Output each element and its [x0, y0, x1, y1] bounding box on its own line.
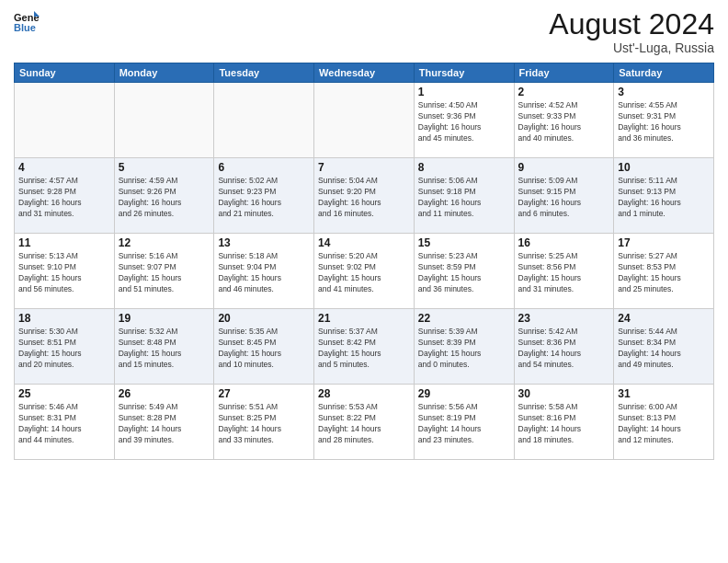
- day-info: Sunrise: 5:02 AM Sunset: 9:23 PM Dayligh…: [218, 176, 310, 220]
- day-info: Sunrise: 4:55 AM Sunset: 9:31 PM Dayligh…: [618, 100, 710, 144]
- calendar-cell: 23Sunrise: 5:42 AM Sunset: 8:36 PM Dayli…: [514, 309, 614, 385]
- day-number: 6: [218, 161, 310, 174]
- day-number: 21: [318, 312, 410, 325]
- day-info: Sunrise: 5:06 AM Sunset: 9:18 PM Dayligh…: [418, 176, 510, 220]
- day-number: 9: [518, 161, 610, 174]
- day-info: Sunrise: 6:00 AM Sunset: 8:13 PM Dayligh…: [618, 402, 710, 446]
- day-info: Sunrise: 5:58 AM Sunset: 8:16 PM Dayligh…: [518, 402, 610, 446]
- calendar-cell: 6Sunrise: 5:02 AM Sunset: 9:23 PM Daylig…: [214, 158, 314, 234]
- day-info: Sunrise: 4:50 AM Sunset: 9:36 PM Dayligh…: [418, 100, 510, 144]
- day-number: 19: [119, 312, 210, 325]
- day-number: 23: [518, 312, 610, 325]
- calendar-cell: 31Sunrise: 6:00 AM Sunset: 8:13 PM Dayli…: [614, 385, 714, 460]
- day-number: 30: [518, 387, 610, 400]
- day-info: Sunrise: 5:25 AM Sunset: 8:56 PM Dayligh…: [518, 251, 610, 295]
- day-info: Sunrise: 5:04 AM Sunset: 9:20 PM Dayligh…: [318, 176, 410, 220]
- calendar-cell: 11Sunrise: 5:13 AM Sunset: 9:10 PM Dayli…: [15, 234, 115, 309]
- day-number: 11: [18, 236, 110, 249]
- calendar-cell: 19Sunrise: 5:32 AM Sunset: 8:48 PM Dayli…: [114, 309, 214, 385]
- day-info: Sunrise: 5:20 AM Sunset: 9:02 PM Dayligh…: [318, 251, 410, 295]
- day-info: Sunrise: 5:23 AM Sunset: 8:59 PM Dayligh…: [418, 251, 510, 295]
- day-number: 8: [418, 161, 510, 174]
- day-info: Sunrise: 5:49 AM Sunset: 8:28 PM Dayligh…: [119, 402, 210, 446]
- calendar-cell: 13Sunrise: 5:18 AM Sunset: 9:04 PM Dayli…: [214, 234, 314, 309]
- calendar-cell: 25Sunrise: 5:46 AM Sunset: 8:31 PM Dayli…: [15, 385, 115, 460]
- day-info: Sunrise: 5:35 AM Sunset: 8:45 PM Dayligh…: [218, 327, 310, 371]
- day-number: 28: [318, 387, 410, 400]
- calendar-cell: 15Sunrise: 5:23 AM Sunset: 8:59 PM Dayli…: [414, 234, 514, 309]
- calendar-cell: 28Sunrise: 5:53 AM Sunset: 8:22 PM Dayli…: [314, 385, 415, 460]
- page: General Blue August 2024 Ust'-Luga, Russ…: [0, 0, 728, 563]
- day-info: Sunrise: 5:37 AM Sunset: 8:42 PM Dayligh…: [318, 327, 410, 371]
- weekday-header-thursday: Thursday: [414, 63, 514, 83]
- weekday-header-sunday: Sunday: [15, 63, 115, 83]
- day-info: Sunrise: 5:39 AM Sunset: 8:39 PM Dayligh…: [418, 327, 510, 371]
- logo-icon: General Blue: [14, 9, 40, 35]
- calendar-cell: 4Sunrise: 4:57 AM Sunset: 9:28 PM Daylig…: [15, 158, 115, 234]
- calendar-cell: 7Sunrise: 5:04 AM Sunset: 9:20 PM Daylig…: [314, 158, 415, 234]
- calendar-cell: 3Sunrise: 4:55 AM Sunset: 9:31 PM Daylig…: [614, 83, 714, 158]
- calendar-cell: 22Sunrise: 5:39 AM Sunset: 8:39 PM Dayli…: [414, 309, 514, 385]
- week-row-5: 25Sunrise: 5:46 AM Sunset: 8:31 PM Dayli…: [15, 385, 714, 460]
- location: Ust'-Luga, Russia: [549, 40, 714, 55]
- day-info: Sunrise: 4:52 AM Sunset: 9:33 PM Dayligh…: [518, 100, 610, 144]
- svg-text:Blue: Blue: [14, 22, 36, 33]
- calendar-cell: 10Sunrise: 5:11 AM Sunset: 9:13 PM Dayli…: [614, 158, 714, 234]
- weekday-header-wednesday: Wednesday: [314, 63, 415, 83]
- calendar-cell: 16Sunrise: 5:25 AM Sunset: 8:56 PM Dayli…: [514, 234, 614, 309]
- header: General Blue August 2024 Ust'-Luga, Russ…: [14, 9, 714, 55]
- day-number: 22: [418, 312, 510, 325]
- day-info: Sunrise: 4:57 AM Sunset: 9:28 PM Dayligh…: [18, 176, 110, 220]
- day-number: 2: [518, 86, 610, 98]
- week-row-4: 18Sunrise: 5:30 AM Sunset: 8:51 PM Dayli…: [15, 309, 714, 385]
- day-number: 18: [18, 312, 110, 325]
- day-number: 13: [218, 236, 310, 249]
- day-info: Sunrise: 5:46 AM Sunset: 8:31 PM Dayligh…: [18, 402, 110, 446]
- day-info: Sunrise: 5:16 AM Sunset: 9:07 PM Dayligh…: [119, 251, 210, 295]
- calendar-cell: 21Sunrise: 5:37 AM Sunset: 8:42 PM Dayli…: [314, 309, 415, 385]
- calendar-cell: 30Sunrise: 5:58 AM Sunset: 8:16 PM Dayli…: [514, 385, 614, 460]
- week-row-2: 4Sunrise: 4:57 AM Sunset: 9:28 PM Daylig…: [15, 158, 714, 234]
- day-number: 10: [618, 161, 710, 174]
- calendar-cell: 9Sunrise: 5:09 AM Sunset: 9:15 PM Daylig…: [514, 158, 614, 234]
- calendar-cell: 1Sunrise: 4:50 AM Sunset: 9:36 PM Daylig…: [414, 83, 514, 158]
- day-number: 7: [318, 161, 410, 174]
- day-number: 17: [618, 236, 710, 249]
- calendar-cell: [15, 83, 115, 158]
- day-info: Sunrise: 5:30 AM Sunset: 8:51 PM Dayligh…: [18, 327, 110, 371]
- day-number: 12: [119, 236, 210, 249]
- calendar-cell: [114, 83, 214, 158]
- calendar-cell: 18Sunrise: 5:30 AM Sunset: 8:51 PM Dayli…: [15, 309, 115, 385]
- day-info: Sunrise: 5:53 AM Sunset: 8:22 PM Dayligh…: [318, 402, 410, 446]
- calendar-cell: [314, 83, 415, 158]
- calendar-cell: 14Sunrise: 5:20 AM Sunset: 9:02 PM Dayli…: [314, 234, 415, 309]
- day-info: Sunrise: 5:27 AM Sunset: 8:53 PM Dayligh…: [618, 251, 710, 295]
- calendar-cell: 20Sunrise: 5:35 AM Sunset: 8:45 PM Dayli…: [214, 309, 314, 385]
- weekday-header-row: SundayMondayTuesdayWednesdayThursdayFrid…: [15, 63, 714, 83]
- month-year: August 2024: [549, 9, 714, 39]
- calendar-cell: 5Sunrise: 4:59 AM Sunset: 9:26 PM Daylig…: [114, 158, 214, 234]
- day-number: 15: [418, 236, 510, 249]
- day-info: Sunrise: 5:11 AM Sunset: 9:13 PM Dayligh…: [618, 176, 710, 220]
- calendar-cell: 8Sunrise: 5:06 AM Sunset: 9:18 PM Daylig…: [414, 158, 514, 234]
- weekday-header-monday: Monday: [114, 63, 214, 83]
- day-number: 20: [218, 312, 310, 325]
- day-number: 25: [18, 387, 110, 400]
- day-number: 1: [418, 86, 510, 98]
- week-row-3: 11Sunrise: 5:13 AM Sunset: 9:10 PM Dayli…: [15, 234, 714, 309]
- day-info: Sunrise: 5:42 AM Sunset: 8:36 PM Dayligh…: [518, 327, 610, 371]
- calendar-cell: 24Sunrise: 5:44 AM Sunset: 8:34 PM Dayli…: [614, 309, 714, 385]
- day-number: 26: [119, 387, 210, 400]
- calendar-cell: 29Sunrise: 5:56 AM Sunset: 8:19 PM Dayli…: [414, 385, 514, 460]
- day-info: Sunrise: 5:13 AM Sunset: 9:10 PM Dayligh…: [18, 251, 110, 295]
- logo: General Blue: [14, 9, 40, 35]
- day-number: 27: [218, 387, 310, 400]
- calendar-cell: 26Sunrise: 5:49 AM Sunset: 8:28 PM Dayli…: [114, 385, 214, 460]
- day-number: 5: [119, 161, 210, 174]
- day-info: Sunrise: 5:44 AM Sunset: 8:34 PM Dayligh…: [618, 327, 710, 371]
- day-info: Sunrise: 5:56 AM Sunset: 8:19 PM Dayligh…: [418, 402, 510, 446]
- title-block: August 2024 Ust'-Luga, Russia: [549, 9, 714, 55]
- calendar: SundayMondayTuesdayWednesdayThursdayFrid…: [14, 63, 714, 460]
- day-number: 29: [418, 387, 510, 400]
- day-number: 3: [618, 86, 710, 98]
